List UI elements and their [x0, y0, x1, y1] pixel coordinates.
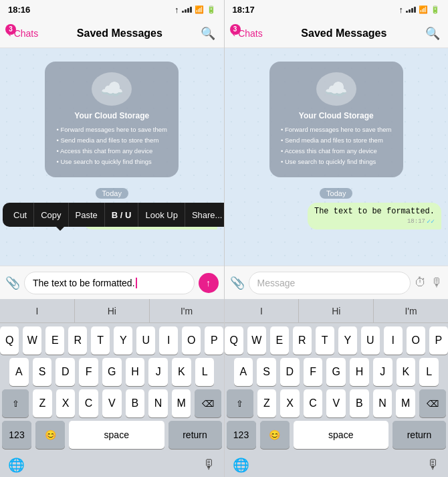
kb-v[interactable]: V: [102, 389, 122, 417]
kb-p-2[interactable]: P: [429, 326, 448, 355]
kb-s[interactable]: S: [33, 358, 52, 386]
kb-e-2[interactable]: E: [270, 326, 289, 355]
nav-bar-2: 3 ‹ Chats Saved Messages 🔍: [225, 19, 449, 48]
kb-x[interactable]: X: [56, 389, 76, 417]
kb-h-2[interactable]: H: [350, 358, 369, 386]
kb-f-2[interactable]: F: [304, 358, 323, 386]
kb-s-2[interactable]: S: [257, 358, 276, 386]
timer-icon-2[interactable]: ⏱: [415, 276, 427, 290]
kb-y[interactable]: Y: [114, 326, 132, 355]
kb-g[interactable]: G: [102, 358, 122, 386]
kb-i[interactable]: I: [159, 326, 178, 355]
kb-d-2[interactable]: D: [280, 358, 300, 386]
attach-icon-2[interactable]: 📎: [230, 276, 245, 290]
kb-w-2[interactable]: W: [247, 326, 266, 355]
kb-n[interactable]: N: [148, 389, 168, 417]
kb-j[interactable]: J: [148, 358, 168, 386]
kb-j-2[interactable]: J: [373, 358, 393, 386]
kb-q[interactable]: Q: [0, 326, 19, 355]
voice-icon-2[interactable]: 🎙: [431, 276, 443, 290]
kb-row-1: Q W E R T Y U I O P: [0, 323, 224, 355]
kb-w[interactable]: W: [23, 326, 41, 355]
send-button-1[interactable]: ↑: [199, 273, 219, 293]
kb-l-2[interactable]: L: [419, 358, 439, 386]
kb-y-2[interactable]: Y: [338, 326, 357, 355]
kb-a[interactable]: A: [9, 358, 29, 386]
kb-shift-2[interactable]: ⇧: [227, 389, 253, 417]
kb-x-2[interactable]: X: [280, 389, 300, 417]
kb-d[interactable]: D: [55, 358, 75, 386]
globe-icon-2[interactable]: 🌐: [233, 457, 249, 473]
kb-h[interactable]: H: [126, 358, 145, 386]
ctx-bold[interactable]: B / U: [105, 203, 139, 227]
kb-delete-2[interactable]: ⌫: [419, 389, 446, 417]
kb-p[interactable]: P: [205, 326, 223, 355]
kb-b-2[interactable]: B: [350, 389, 369, 417]
kb-m-2[interactable]: M: [396, 389, 415, 417]
kb-c-2[interactable]: C: [304, 389, 323, 417]
kb-t[interactable]: T: [91, 326, 110, 355]
kb-n-2[interactable]: N: [373, 389, 393, 417]
kb-return-2[interactable]: return: [393, 421, 446, 449]
kb-m[interactable]: M: [172, 389, 191, 417]
kb-b[interactable]: B: [126, 389, 145, 417]
input-placeholder-2: Message: [257, 278, 296, 288]
kb-c[interactable]: C: [79, 389, 98, 417]
ctx-share[interactable]: Share...: [185, 203, 224, 227]
ctx-lookup[interactable]: Look Up: [138, 203, 185, 227]
kb-suggestion-im[interactable]: I'm: [150, 299, 224, 322]
search-button-1[interactable]: 🔍: [201, 26, 215, 41]
kb-u-2[interactable]: U: [361, 326, 380, 355]
ctx-copy[interactable]: Copy: [34, 203, 68, 227]
kb-l[interactable]: L: [195, 358, 215, 386]
kb-r-2[interactable]: R: [293, 326, 312, 355]
search-button-2[interactable]: 🔍: [425, 26, 440, 41]
kb-emoji-2[interactable]: 😊: [260, 421, 290, 449]
back-button-1[interactable]: 3 ‹ Chats: [8, 28, 38, 39]
kb-emoji[interactable]: 😊: [35, 421, 65, 449]
kb-return[interactable]: return: [169, 421, 222, 449]
kb-r[interactable]: R: [68, 326, 87, 355]
globe-icon-1[interactable]: 🌐: [8, 457, 25, 473]
kb-suggestion-im-2[interactable]: I'm: [374, 299, 448, 322]
kb-z-2[interactable]: Z: [257, 389, 277, 417]
kb-e[interactable]: E: [45, 326, 64, 355]
back-button-2[interactable]: 3 ‹ Chats: [233, 28, 263, 39]
kb-g-2[interactable]: G: [326, 358, 346, 386]
ctx-paste[interactable]: Paste: [69, 203, 105, 227]
kb-q-2[interactable]: Q: [225, 326, 243, 355]
kb-delete[interactable]: ⌫: [195, 389, 221, 417]
kb-shift[interactable]: ⇧: [2, 389, 29, 417]
kb-u[interactable]: U: [136, 326, 155, 355]
kb-o[interactable]: O: [182, 326, 201, 355]
badge-1: 3: [5, 24, 16, 35]
kb-t-2[interactable]: T: [316, 326, 334, 355]
kb-suggestion-i-2[interactable]: I: [225, 299, 300, 322]
input-field-1[interactable]: The text to be formatted.: [24, 272, 195, 294]
mic-icon-2[interactable]: 🎙: [427, 457, 440, 473]
kb-a-2[interactable]: A: [234, 358, 253, 386]
kb-v-2[interactable]: V: [326, 389, 346, 417]
kb-k-2[interactable]: K: [397, 358, 416, 386]
wifi-icon-1: 📶: [195, 5, 204, 14]
context-menu: Cut Copy Paste B / U Look Up Share...: [3, 203, 224, 227]
mic-icon-1[interactable]: 🎙: [203, 457, 216, 473]
kb-suggestion-hi[interactable]: Hi: [75, 299, 150, 322]
kb-suggestion-i[interactable]: I: [0, 299, 75, 322]
kb-space[interactable]: space: [69, 421, 164, 449]
cloud-card: ☁️ Your Cloud Storage Forward messages h…: [45, 62, 179, 177]
ctx-cut[interactable]: Cut: [7, 203, 34, 227]
kb-space-2[interactable]: space: [294, 421, 389, 449]
kb-suggestion-hi-2[interactable]: Hi: [299, 299, 374, 322]
attach-icon-1[interactable]: 📎: [5, 276, 20, 290]
kb-z[interactable]: Z: [33, 389, 52, 417]
signal-icon-1: [182, 6, 192, 13]
kb-num-2[interactable]: 123: [227, 421, 256, 449]
kb-i-2[interactable]: I: [384, 326, 403, 355]
input-field-2[interactable]: Message: [249, 272, 411, 294]
kb-num[interactable]: 123: [2, 421, 31, 449]
kb-k[interactable]: K: [172, 358, 191, 386]
kb-f[interactable]: F: [79, 358, 98, 386]
kb-o-2[interactable]: O: [407, 326, 425, 355]
nav-title-1: Saved Messages: [77, 27, 162, 39]
